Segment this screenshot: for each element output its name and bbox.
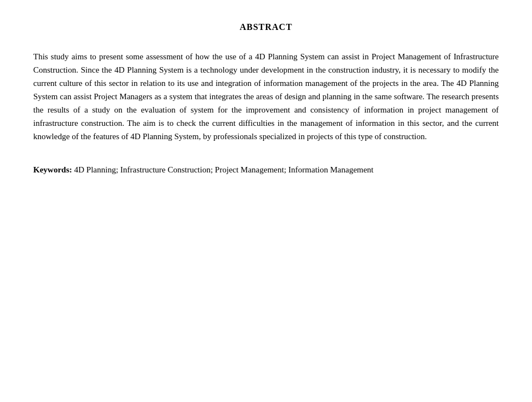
keywords-values: 4D Planning; Infrastructure Construction… <box>74 165 374 174</box>
keywords-section: Keywords: 4D Planning; Infrastructure Co… <box>33 163 499 176</box>
page-title: ABSTRACT <box>33 22 499 32</box>
keywords-label: Keywords: <box>33 165 72 174</box>
abstract-body: This study aims to present some assessme… <box>33 50 499 143</box>
